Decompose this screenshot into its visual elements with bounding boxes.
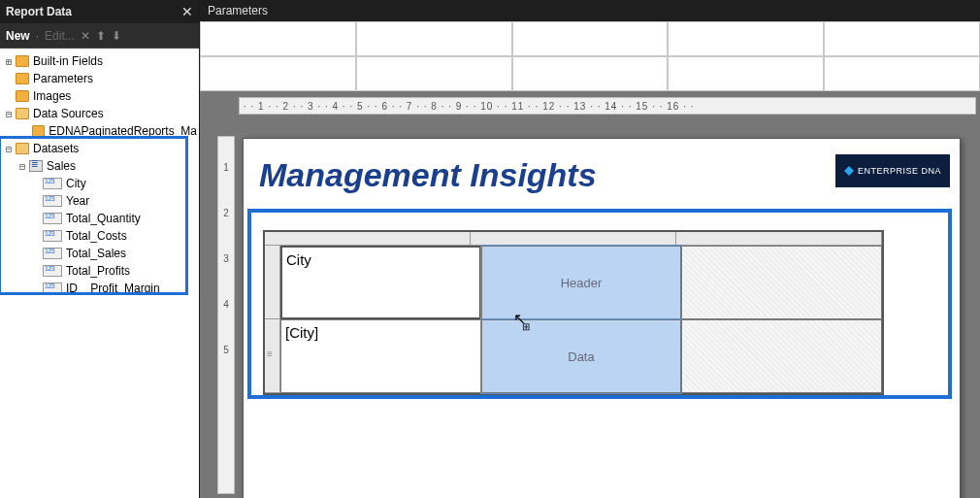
dataset-icon xyxy=(29,160,43,172)
row-handle[interactable] xyxy=(265,246,279,319)
move-down-icon[interactable]: ⬇ xyxy=(112,29,121,43)
field-icon xyxy=(43,195,62,207)
logo-image[interactable]: ENTERPRISE DNA xyxy=(835,154,950,187)
tree-label: Sales xyxy=(47,159,76,173)
tablix-control[interactable]: City Header [City] Data xyxy=(263,230,884,395)
tree-item-datasource[interactable]: EDNAPaginatedReports_Ma xyxy=(2,122,197,140)
tablix-header-cell[interactable] xyxy=(681,246,882,319)
tree-item-parameters[interactable]: Parameters xyxy=(2,70,197,87)
tablix-column-handles[interactable] xyxy=(265,232,882,246)
design-surface[interactable]: · · 1 · · 2 · · 3 · · 4 · · 5 · · 6 · · … xyxy=(200,91,980,498)
design-area: Parameters · · 1 · · 2 · · 3 · · 4 · · 5… xyxy=(200,0,980,498)
field-icon xyxy=(43,265,62,277)
collapse-icon[interactable]: ⊟ xyxy=(2,144,16,154)
tree-item-field[interactable]: City xyxy=(2,175,197,192)
logo-mark-icon xyxy=(844,166,854,176)
close-icon[interactable]: ✕ xyxy=(181,4,193,19)
folder-open-icon xyxy=(16,143,29,154)
edit-button[interactable]: Edit... xyxy=(45,29,75,43)
tree-label: Built-in Fields xyxy=(33,54,103,68)
tree-label: Images xyxy=(33,89,71,103)
collapse-icon[interactable]: ⊟ xyxy=(2,109,16,119)
tree-label: EDNAPaginatedReports_Ma xyxy=(49,124,197,138)
tree-label: Total_Costs xyxy=(66,229,127,243)
tablix-data-cell[interactable]: [City] xyxy=(280,319,481,393)
report-data-tree: ⊞ Built-in Fields Parameters Images ⊟ Da… xyxy=(0,49,199,498)
tree-label: Total_Sales xyxy=(66,247,126,260)
tree-label: ID__Profit_Margin xyxy=(66,282,160,295)
delete-icon[interactable]: ✕ xyxy=(81,29,90,43)
parameters-grid[interactable] xyxy=(200,21,980,91)
tree-label: Total_Quantity xyxy=(66,212,141,225)
horizontal-ruler: · · 1 · · 2 · · 3 · · 4 · · 5 · · 6 · · … xyxy=(239,97,976,115)
tree-item-datasets[interactable]: ⊟ Datasets xyxy=(2,140,197,157)
tablix-header-cell-selected[interactable]: Header xyxy=(481,246,682,319)
parameters-pane-title: Parameters xyxy=(208,4,268,17)
logo-text: ENTERPRISE DNA xyxy=(858,166,941,176)
field-icon xyxy=(43,282,62,294)
field-icon xyxy=(43,230,62,242)
tree-label: Datasets xyxy=(33,142,79,155)
move-up-icon[interactable]: ⬆ xyxy=(96,29,106,43)
tree-label: Data Sources xyxy=(33,107,104,120)
tree-item-field[interactable]: Total_Quantity xyxy=(2,210,197,227)
vertical-ruler: 1 2 3 4 5 xyxy=(217,136,235,494)
tablix-data-cell[interactable] xyxy=(681,319,882,393)
expand-icon[interactable]: ⊞ xyxy=(2,56,16,67)
tree-item-datasources[interactable]: ⊟ Data Sources xyxy=(2,105,197,122)
folder-icon xyxy=(16,73,29,84)
report-body[interactable]: Management Insights ENTERPRISE DNA xyxy=(243,138,961,498)
folder-icon xyxy=(16,55,29,67)
column-handle[interactable] xyxy=(265,232,471,245)
report-data-title: Report Data xyxy=(6,5,72,18)
tablix-body[interactable]: City Header [City] Data xyxy=(280,246,882,393)
report-data-panel: Report Data ✕ New · Edit... ✕ ⬆ ⬇ ⊞ Buil… xyxy=(0,0,200,498)
new-button[interactable]: New xyxy=(6,29,30,43)
collapse-icon[interactable]: ⊟ xyxy=(16,161,29,172)
tree-label: City xyxy=(66,177,86,190)
report-data-header: Report Data ✕ xyxy=(0,0,199,23)
tree-label: Parameters xyxy=(33,72,93,85)
tree-item-images[interactable]: Images xyxy=(2,87,197,105)
tree-item-field[interactable]: ID__Profit_Margin xyxy=(2,280,197,297)
report-data-toolbar: New · Edit... ✕ ⬆ ⬇ xyxy=(0,23,199,49)
tablix-header-cell[interactable]: City xyxy=(280,246,481,319)
tree-item-field[interactable]: Total_Sales xyxy=(2,245,197,262)
report-title[interactable]: Management Insights xyxy=(259,156,597,194)
tree-item-dataset-sales[interactable]: ⊟ Sales xyxy=(2,157,197,175)
tree-item-field[interactable]: Total_Costs xyxy=(2,227,197,245)
tablix-row-handles[interactable] xyxy=(265,246,280,393)
separator: · xyxy=(36,29,39,43)
folder-icon xyxy=(16,90,29,102)
parameters-pane-header[interactable]: Parameters xyxy=(200,0,980,21)
row-handle[interactable] xyxy=(265,319,279,393)
column-handle[interactable] xyxy=(471,232,676,245)
column-handle[interactable] xyxy=(676,232,882,245)
tree-label: Total_Profits xyxy=(66,264,130,278)
tree-label: Year xyxy=(66,194,89,208)
tablix-data-cell-selected[interactable]: Data xyxy=(481,319,682,393)
tree-item-builtin-fields[interactable]: ⊞ Built-in Fields xyxy=(2,52,197,70)
field-icon xyxy=(43,248,62,259)
tree-item-field[interactable]: Total_Profits xyxy=(2,262,197,280)
field-icon xyxy=(43,178,62,189)
datasource-icon xyxy=(32,125,45,137)
tree-item-field[interactable]: Year xyxy=(2,192,197,210)
field-icon xyxy=(43,213,62,224)
folder-open-icon xyxy=(16,108,29,119)
